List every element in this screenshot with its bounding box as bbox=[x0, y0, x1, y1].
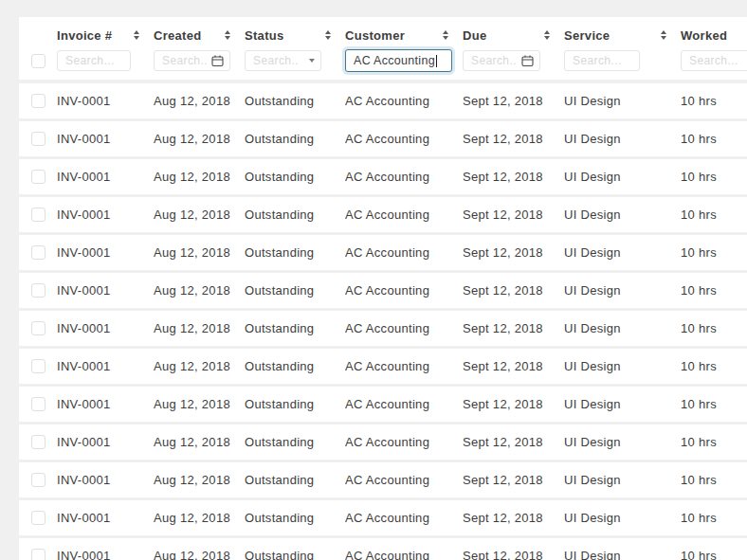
column-header-due[interactable]: Due bbox=[463, 28, 564, 43]
cell-created: Aug 12, 2018 bbox=[154, 397, 245, 411]
cell-invoice: INV-0001 bbox=[57, 511, 154, 525]
cell-service: UI Design bbox=[564, 132, 681, 146]
row-checkbox[interactable] bbox=[31, 245, 46, 260]
cell-service: UI Design bbox=[564, 283, 681, 298]
cell-created: Aug 12, 2018 bbox=[154, 435, 245, 449]
cell-service: UI Design bbox=[564, 94, 681, 108]
cell-customer: AC Accounting bbox=[345, 321, 463, 335]
cell-status: Outstanding bbox=[245, 132, 345, 146]
sort-icon[interactable] bbox=[443, 30, 448, 40]
column-header-worked[interactable]: Worked bbox=[681, 28, 747, 43]
select-all-checkbox[interactable] bbox=[31, 54, 46, 68]
cell-created: Aug 12, 2018 bbox=[154, 170, 245, 184]
cell-invoice: INV-0001 bbox=[57, 283, 154, 298]
table-row[interactable]: INV-0001 Aug 12, 2018 Outstanding AC Acc… bbox=[19, 159, 747, 194]
sort-icon[interactable] bbox=[544, 30, 550, 40]
table-header: Invoice # Created Status Customer Due Se bbox=[19, 17, 747, 80]
column-header-status[interactable]: Status bbox=[245, 28, 345, 43]
cell-service: UI Design bbox=[564, 245, 681, 260]
table-row[interactable]: INV-0001 Aug 12, 2018 Outstanding AC Acc… bbox=[19, 235, 747, 270]
column-header-invoice[interactable]: Invoice # bbox=[57, 28, 154, 43]
chevron-down-icon[interactable] bbox=[309, 59, 315, 63]
cell-worked: 10 hrs bbox=[681, 397, 747, 411]
cell-worked: 10 hrs bbox=[681, 94, 747, 108]
cell-customer: AC Accounting bbox=[345, 283, 463, 298]
cell-created: Aug 12, 2018 bbox=[154, 94, 245, 108]
row-checkbox[interactable] bbox=[31, 549, 46, 560]
cell-status: Outstanding bbox=[245, 283, 345, 298]
table-row[interactable]: INV-0001 Aug 12, 2018 Outstanding AC Acc… bbox=[19, 311, 747, 346]
filter-cell-due bbox=[463, 50, 564, 71]
table-row[interactable]: INV-0001 Aug 12, 2018 Outstanding AC Acc… bbox=[19, 387, 747, 422]
cell-created: Aug 12, 2018 bbox=[154, 321, 245, 335]
filter-cell-created bbox=[154, 50, 245, 71]
cell-status: Outstanding bbox=[245, 549, 345, 560]
row-checkbox[interactable] bbox=[31, 397, 46, 411]
table-row[interactable]: INV-0001 Aug 12, 2018 Outstanding AC Acc… bbox=[19, 197, 747, 232]
cell-service: UI Design bbox=[564, 473, 681, 487]
table-row[interactable]: INV-0001 Aug 12, 2018 Outstanding AC Acc… bbox=[19, 425, 747, 460]
row-checkbox[interactable] bbox=[31, 94, 46, 108]
calendar-icon[interactable] bbox=[521, 55, 534, 67]
row-checkbox[interactable] bbox=[31, 435, 46, 449]
table-row[interactable]: INV-0001 Aug 12, 2018 Outstanding AC Acc… bbox=[19, 83, 747, 118]
cell-customer: AC Accounting bbox=[345, 170, 463, 184]
table-rows: INV-0001 Aug 12, 2018 Outstanding AC Acc… bbox=[19, 83, 747, 560]
customer-filter-input[interactable]: AC Accounting bbox=[345, 49, 452, 72]
table-row[interactable]: INV-0001 Aug 12, 2018 Outstanding AC Acc… bbox=[19, 121, 747, 156]
worked-filter-input[interactable] bbox=[681, 50, 747, 71]
table-row[interactable]: INV-0001 Aug 12, 2018 Outstanding AC Acc… bbox=[19, 349, 747, 384]
sort-icon[interactable] bbox=[661, 30, 666, 40]
row-checkbox[interactable] bbox=[31, 511, 46, 525]
row-checkbox[interactable] bbox=[31, 321, 46, 335]
service-filter-input[interactable] bbox=[564, 50, 640, 71]
row-checkbox[interactable] bbox=[31, 170, 46, 184]
cell-status: Outstanding bbox=[245, 359, 345, 373]
column-label-created: Created bbox=[154, 28, 202, 43]
cell-invoice: INV-0001 bbox=[57, 170, 154, 184]
invoice-filter-input[interactable] bbox=[57, 50, 131, 71]
sort-icon[interactable] bbox=[134, 30, 139, 40]
filter-cell-status bbox=[245, 50, 345, 71]
cell-invoice: INV-0001 bbox=[57, 208, 154, 222]
cell-service: UI Design bbox=[564, 170, 681, 184]
cell-worked: 10 hrs bbox=[681, 283, 747, 298]
row-checkbox[interactable] bbox=[31, 208, 46, 222]
cell-due: Sept 12, 2018 bbox=[463, 283, 564, 298]
cell-due: Sept 12, 2018 bbox=[463, 473, 564, 487]
cell-status: Outstanding bbox=[245, 208, 345, 222]
cell-created: Aug 12, 2018 bbox=[154, 549, 245, 560]
table-row[interactable]: INV-0001 Aug 12, 2018 Outstanding AC Acc… bbox=[19, 538, 747, 560]
column-headers-row: Invoice # Created Status Customer Due Se bbox=[19, 26, 747, 45]
table-row[interactable]: INV-0001 Aug 12, 2018 Outstanding AC Acc… bbox=[19, 500, 747, 535]
cell-customer: AC Accounting bbox=[345, 435, 463, 449]
table-row[interactable]: INV-0001 Aug 12, 2018 Outstanding AC Acc… bbox=[19, 273, 747, 308]
cell-customer: AC Accounting bbox=[345, 549, 463, 560]
cell-due: Sept 12, 2018 bbox=[463, 435, 564, 449]
cell-invoice: INV-0001 bbox=[57, 245, 154, 260]
column-header-service[interactable]: Service bbox=[564, 28, 681, 43]
customer-filter-value: AC Accounting bbox=[354, 54, 435, 67]
sort-icon[interactable] bbox=[325, 30, 331, 40]
calendar-icon[interactable] bbox=[211, 55, 224, 67]
filter-cell-customer: AC Accounting bbox=[345, 49, 463, 72]
table-row[interactable]: INV-0001 Aug 12, 2018 Outstanding AC Acc… bbox=[19, 462, 747, 497]
cell-worked: 10 hrs bbox=[681, 549, 747, 560]
column-header-customer[interactable]: Customer bbox=[345, 28, 463, 43]
cell-invoice: INV-0001 bbox=[57, 397, 154, 411]
cell-created: Aug 12, 2018 bbox=[154, 359, 245, 373]
cell-due: Sept 12, 2018 bbox=[463, 321, 564, 335]
header-checkbox-spacer bbox=[19, 26, 57, 45]
row-checkbox[interactable] bbox=[31, 359, 46, 373]
cell-service: UI Design bbox=[564, 435, 681, 449]
cell-status: Outstanding bbox=[245, 321, 345, 335]
sort-icon[interactable] bbox=[225, 30, 230, 40]
cell-created: Aug 12, 2018 bbox=[154, 132, 245, 146]
cell-invoice: INV-0001 bbox=[57, 94, 154, 108]
row-checkbox[interactable] bbox=[31, 132, 46, 146]
cell-customer: AC Accounting bbox=[345, 397, 463, 411]
row-checkbox[interactable] bbox=[31, 473, 46, 487]
column-header-created[interactable]: Created bbox=[154, 28, 245, 43]
row-checkbox[interactable] bbox=[31, 283, 46, 298]
invoice-table: Invoice # Created Status Customer Due Se bbox=[19, 17, 747, 560]
